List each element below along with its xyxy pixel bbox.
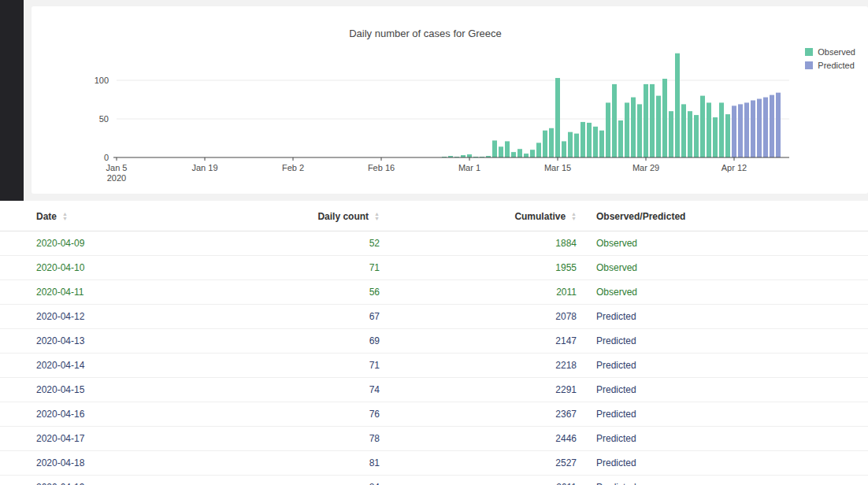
cell-date: 2020-04-12 <box>0 305 197 329</box>
cell-cumulative: 2367 <box>386 402 583 427</box>
chart-title: Daily number of cases for Greece <box>32 28 819 39</box>
table-header-row: Date ▲▼ Daily count ▲▼ Cumulative ▲▼ <box>0 201 868 231</box>
col-header-cumulative[interactable]: Cumulative ▲▼ <box>386 201 583 231</box>
cell-date: 2020-04-09 <box>0 231 197 256</box>
cell-date: 2020-04-16 <box>0 402 197 427</box>
col-header-daily-count[interactable]: Daily count ▲▼ <box>197 201 386 231</box>
cell-daily-count: 71 <box>197 256 386 280</box>
col-header-daily-count-label: Daily count <box>317 211 369 222</box>
table-row[interactable]: 2020-04-10711955Observed <box>0 256 868 280</box>
cell-daily-count: 71 <box>197 354 386 378</box>
col-header-date-label: Date <box>36 211 57 222</box>
cases-table-body: 2020-04-09521884Observed2020-04-10711955… <box>0 231 868 485</box>
svg-text:Apr 12: Apr 12 <box>721 163 747 172</box>
svg-text:Mar 1: Mar 1 <box>458 163 480 172</box>
table-row[interactable]: 2020-04-14712218Predicted <box>0 354 868 378</box>
cell-cumulative: 2446 <box>386 427 583 451</box>
cell-status: Observed <box>583 280 868 305</box>
svg-text:2020: 2020 <box>107 173 126 183</box>
cell-daily-count: 69 <box>197 329 386 354</box>
cell-date: 2020-04-11 <box>0 280 197 305</box>
cell-cumulative: 1884 <box>386 231 583 256</box>
cell-cumulative: 2078 <box>386 305 583 329</box>
svg-text:50: 50 <box>99 114 109 124</box>
svg-text:Jan 19: Jan 19 <box>191 163 217 172</box>
cell-cumulative: 2147 <box>386 329 583 354</box>
sort-icon: ▲▼ <box>62 212 68 221</box>
table-row[interactable]: 2020-04-18812527Predicted <box>0 451 868 476</box>
col-header-cumulative-label: Cumulative <box>514 211 566 222</box>
cases-table: Date ▲▼ Daily count ▲▼ Cumulative ▲▼ <box>0 201 868 485</box>
cell-cumulative: 2218 <box>386 354 583 378</box>
cell-status: Predicted <box>583 329 868 354</box>
cell-cumulative: 2527 <box>386 451 583 476</box>
cell-daily-count: 81 <box>197 451 386 476</box>
sort-icon: ▲▼ <box>571 212 577 221</box>
cell-status: Predicted <box>583 305 868 329</box>
legend-label-observed: Observed <box>818 47 855 57</box>
legend-label-predicted: Predicted <box>818 61 854 70</box>
cell-cumulative: 2611 <box>386 476 583 485</box>
cell-status: Predicted <box>583 354 868 378</box>
predicted-swatch-icon <box>805 61 813 69</box>
cell-daily-count: 74 <box>197 378 386 402</box>
cell-daily-count: 78 <box>197 427 386 451</box>
chart-legend: Observed Predicted <box>805 47 855 74</box>
table-row[interactable]: 2020-04-19842611Predicted <box>0 476 868 485</box>
col-header-observed-predicted: Observed/Predicted <box>583 201 868 231</box>
table-row[interactable]: 2020-04-16762367Predicted <box>0 402 868 427</box>
svg-text:Feb 16: Feb 16 <box>368 163 395 172</box>
cell-status: Predicted <box>583 427 868 451</box>
cell-daily-count: 67 <box>197 305 386 329</box>
cell-status: Predicted <box>583 476 868 485</box>
table-row[interactable]: 2020-04-11562011Observed <box>0 280 868 305</box>
table-section: Date ▲▼ Daily count ▲▼ Cumulative ▲▼ <box>0 201 868 485</box>
cell-daily-count: 56 <box>197 280 386 305</box>
cell-status: Predicted <box>583 378 868 402</box>
table-row[interactable]: 2020-04-13692147Predicted <box>0 329 868 354</box>
cell-date: 2020-04-15 <box>0 378 197 402</box>
cell-daily-count: 52 <box>197 231 386 256</box>
cell-date: 2020-04-17 <box>0 427 197 451</box>
cell-date: 2020-04-10 <box>0 256 197 280</box>
observed-swatch-icon <box>805 48 813 56</box>
svg-text:Mar 29: Mar 29 <box>632 163 659 172</box>
svg-text:Feb 2: Feb 2 <box>282 163 304 172</box>
svg-text:0: 0 <box>104 153 109 162</box>
svg-text:Mar 15: Mar 15 <box>544 163 571 172</box>
cell-date: 2020-04-19 <box>0 476 197 485</box>
cell-daily-count: 76 <box>197 402 386 427</box>
svg-text:Jan 5: Jan 5 <box>106 163 128 172</box>
col-header-date[interactable]: Date ▲▼ <box>0 201 197 231</box>
col-header-observed-predicted-label: Observed/Predicted <box>596 211 685 222</box>
chart-section: Daily number of cases for Greece 050100J… <box>0 0 868 201</box>
sort-icon: ▲▼ <box>374 212 380 221</box>
table-row[interactable]: 2020-04-12672078Predicted <box>0 305 868 329</box>
cell-status: Observed <box>583 256 868 280</box>
legend-item-observed[interactable]: Observed <box>805 47 855 57</box>
cell-cumulative: 2291 <box>386 378 583 402</box>
table-row[interactable]: 2020-04-09521884Observed <box>0 231 868 256</box>
left-edge-panel <box>0 0 24 201</box>
cell-cumulative: 2011 <box>386 280 583 305</box>
cell-date: 2020-04-14 <box>0 354 197 378</box>
cell-cumulative: 1955 <box>386 256 583 280</box>
svg-text:100: 100 <box>95 76 109 85</box>
table-row[interactable]: 2020-04-15742291Predicted <box>0 378 868 402</box>
cell-status: Predicted <box>583 451 868 476</box>
cell-status: Predicted <box>583 402 868 427</box>
cell-date: 2020-04-13 <box>0 329 197 354</box>
cell-status: Observed <box>583 231 868 256</box>
cell-date: 2020-04-18 <box>0 451 197 476</box>
legend-item-predicted[interactable]: Predicted <box>805 61 855 70</box>
cell-daily-count: 84 <box>197 476 386 485</box>
table-row[interactable]: 2020-04-17782446Predicted <box>0 427 868 451</box>
chart-card: Daily number of cases for Greece 050100J… <box>32 6 868 194</box>
